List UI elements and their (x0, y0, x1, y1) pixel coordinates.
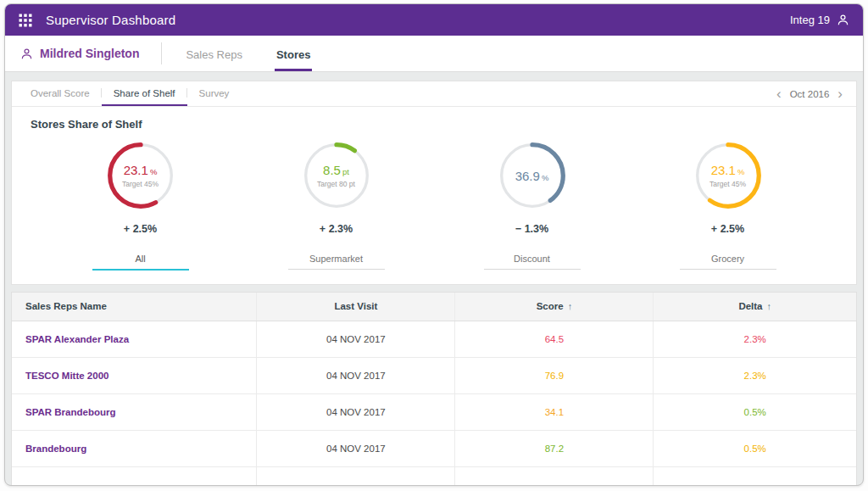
last-visit-cell: 04 NOV 2017 (257, 430, 455, 466)
score-cell: 76.9 (455, 357, 654, 393)
header-sales-reps-name: Sales Reps Name (12, 293, 257, 321)
donut-label: 23.1% Target 45% (692, 139, 765, 212)
next-month-icon[interactable]: › (837, 86, 843, 101)
table-row: SPAR Alexander Plaza 04 NOV 2017 64.5 2.… (12, 321, 856, 357)
header-delta[interactable]: Delta↑ (654, 293, 856, 321)
donut-chart: 23.1% Target 45% (104, 139, 177, 212)
user-area[interactable]: Integ 19 (790, 14, 849, 26)
store-name-link[interactable]: SPAR Alexander Plaza (12, 321, 257, 357)
user-name: Integ 19 (790, 14, 830, 26)
sub-header: Mildred Singleton Sales Reps Stores (5, 36, 863, 72)
gauge-value: 23.1 (124, 163, 148, 177)
delta-cell: 0.5% (654, 393, 856, 430)
current-month: Oct 2016 (790, 89, 830, 99)
gauge-value: 36.9 (515, 169, 540, 183)
table-row: SPAR Brandebourg 04 NOV 2017 34.1 0.5% (12, 393, 856, 430)
last-visit-cell: 04 NOV 2017 (257, 321, 455, 357)
tab-stores[interactable]: Stores (275, 48, 312, 71)
user-icon (837, 14, 849, 26)
donut-chart: 36.9% (496, 139, 569, 212)
sales-reps-table: Sales Reps Name Last Visit Score↑ Delta↑… (11, 292, 857, 486)
date-navigation: ‹ Oct 2016 › (776, 81, 856, 106)
gauge-unit: pt (342, 167, 349, 176)
gauge-target: Target 45% (122, 180, 159, 188)
last-visit-cell: 04 NOV 2017 (257, 393, 455, 430)
delta-cell: 2.3% (654, 321, 856, 357)
category-tab-all[interactable]: All (92, 254, 189, 271)
gauges-row: 23.1% Target 45% + 2.5% All 8.5pt Target… (12, 132, 856, 284)
top-bar: Supervisor Dashboard Integ 19 (5, 4, 863, 36)
table-row: Brandebourg 04 NOV 2017 87.2 0.5% (12, 430, 856, 466)
last-visit-cell: 04 NOV 2017 (257, 357, 455, 393)
gauge-unit: % (737, 167, 744, 176)
share-of-shelf-panel: Overall Score Share of Shelf Survey ‹ Oc… (11, 81, 857, 285)
tab-overall-score[interactable]: Overall Score (19, 81, 102, 106)
delta-cell: 2.3% (654, 357, 856, 393)
delta-cell: 0.5% (654, 430, 856, 466)
donut-label: 23.1% Target 45% (104, 139, 177, 212)
panel-tabs: Overall Score Share of Shelf Survey (12, 81, 241, 106)
store-name-link[interactable]: SPAR Brandebourg (12, 393, 257, 430)
gauge-unit: % (150, 167, 157, 176)
donut-label: 8.5pt Target 80 pt (300, 139, 373, 212)
sort-asc-icon[interactable]: ↑ (767, 301, 772, 311)
donut-chart: 23.1% Target 45% (692, 139, 765, 212)
gauge-grocery: 23.1% Target 45% + 2.5% Grocery (630, 139, 826, 271)
tab-sales-reps[interactable]: Sales Reps (184, 48, 243, 71)
score-cell: 87.2 (455, 430, 654, 466)
gauge-all: 23.1% Target 45% + 2.5% All (42, 139, 238, 271)
gauge-delta: + 2.3% (238, 223, 434, 235)
gauge-delta: + 2.5% (630, 223, 826, 235)
gauge-value: 8.5 (323, 163, 341, 177)
divider (161, 42, 162, 64)
dashboard-card: Supervisor Dashboard Integ 19 Mildred Si… (4, 3, 864, 486)
prev-month-icon[interactable]: ‹ (776, 86, 782, 101)
store-name-link[interactable]: Brandebourg (12, 430, 257, 466)
main-tabs: Sales Reps Stores (184, 36, 312, 71)
empty-row (12, 466, 856, 486)
app-title: Supervisor Dashboard (46, 13, 175, 27)
table-header-row: Sales Reps Name Last Visit Score↑ Delta↑ (12, 293, 856, 321)
gauge-delta: + 2.5% (42, 223, 238, 235)
gauge-delta: − 1.3% (434, 223, 630, 235)
tab-share-of-shelf[interactable]: Share of Shelf (102, 81, 187, 106)
gauge-unit: % (542, 173, 548, 182)
score-cell: 34.1 (455, 393, 654, 430)
supervisor-name: Mildred Singleton (40, 47, 139, 60)
score-cell: 64.5 (455, 321, 654, 357)
panel-tabs-row: Overall Score Share of Shelf Survey ‹ Oc… (12, 81, 856, 107)
header-score[interactable]: Score↑ (455, 293, 654, 321)
header-last-visit: Last Visit (257, 293, 455, 321)
gauge-target: Target 45% (709, 180, 746, 188)
category-tab-discount[interactable]: Discount (484, 254, 581, 270)
donut-label: 36.9% (496, 139, 569, 212)
app-grid-icon[interactable] (19, 14, 32, 27)
category-tab-supermarket[interactable]: Supermarket (288, 254, 385, 270)
tab-survey[interactable]: Survey (187, 81, 242, 106)
donut-chart: 8.5pt Target 80 pt (300, 139, 373, 212)
section-title: Stores Share of Shelf (31, 118, 856, 131)
table-row: TESCO Mitte 2000 04 NOV 2017 76.9 2.3% (12, 357, 856, 393)
supervisor-label: Mildred Singleton (20, 47, 139, 60)
store-name-link[interactable]: TESCO Mitte 2000 (12, 357, 257, 393)
gauge-discount: 36.9% − 1.3% Discount (434, 139, 630, 271)
gauge-supermarket: 8.5pt Target 80 pt + 2.3% Supermarket (238, 139, 434, 271)
supervisor-icon (20, 47, 33, 60)
sort-asc-icon[interactable]: ↑ (568, 301, 573, 311)
gauge-target: Target 80 pt (317, 180, 355, 188)
category-tab-grocery[interactable]: Grocery (680, 254, 776, 270)
gauge-value: 23.1 (711, 163, 736, 177)
